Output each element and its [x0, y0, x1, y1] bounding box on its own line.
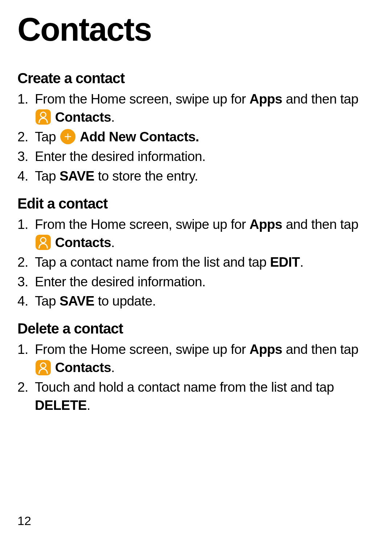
- step-text: and then tap: [282, 92, 359, 106]
- step-text: .: [111, 235, 115, 250]
- step-text: and then tap: [282, 217, 359, 232]
- step-text: Enter the desired information.: [35, 274, 205, 289]
- add-icon: [60, 129, 75, 144]
- list-item: From the Home screen, swipe up for Apps …: [35, 90, 375, 126]
- step-text: .: [111, 110, 115, 125]
- list-item: From the Home screen, swipe up for Apps …: [35, 215, 375, 252]
- step-text: Tap: [35, 169, 60, 183]
- delete-label: DELETE: [35, 398, 87, 413]
- contacts-label: Contacts: [55, 360, 111, 375]
- delete-contact-section: Delete a contact From the Home screen, s…: [17, 320, 375, 415]
- step-text: .: [87, 398, 90, 413]
- step-text: Tap: [35, 294, 60, 308]
- list-item: Enter the desired information.: [35, 273, 375, 291]
- page-title: Contacts: [17, 11, 375, 48]
- svg-point-0: [41, 112, 46, 118]
- create-steps: From the Home screen, swipe up for Apps …: [35, 90, 375, 185]
- svg-point-3: [41, 237, 46, 243]
- step-text: Tap: [35, 129, 60, 144]
- contacts-icon: [36, 235, 51, 250]
- list-item: Enter the desired information.: [35, 148, 375, 166]
- contacts-label: Contacts: [55, 235, 111, 250]
- list-item: Tap SAVE to update.: [35, 292, 375, 310]
- step-text: to update.: [94, 294, 156, 308]
- step-text: .: [300, 255, 303, 270]
- edit-label: EDIT: [270, 255, 300, 270]
- list-item: From the Home screen, swipe up for Apps …: [35, 340, 375, 377]
- list-item: Tap Add New Contacts.: [35, 128, 375, 146]
- add-new-contacts-label: Add New Contacts.: [80, 129, 199, 144]
- save-label: SAVE: [60, 169, 94, 183]
- edit-steps: From the Home screen, swipe up for Apps …: [35, 215, 375, 311]
- step-text: .: [111, 360, 115, 375]
- contacts-label: Contacts: [55, 110, 111, 125]
- step-text: From the Home screen, swipe up for: [35, 217, 249, 232]
- edit-heading: Edit a contact: [17, 195, 375, 212]
- list-item: Tap SAVE to store the entry.: [35, 167, 375, 185]
- step-text: to store the entry.: [94, 169, 198, 183]
- step-text: and then tap: [282, 342, 359, 357]
- list-item: Touch and hold a contact name from the l…: [35, 378, 375, 415]
- apps-label: Apps: [249, 342, 282, 357]
- apps-label: Apps: [249, 217, 282, 232]
- create-heading: Create a contact: [17, 70, 375, 86]
- apps-label: Apps: [249, 92, 282, 106]
- list-item: Tap a contact name from the list and tap…: [35, 253, 375, 271]
- svg-point-4: [41, 363, 46, 368]
- step-text: Enter the desired information.: [35, 149, 205, 164]
- contacts-icon: [36, 360, 51, 375]
- edit-contact-section: Edit a contact From the Home screen, swi…: [17, 195, 375, 311]
- step-text: From the Home screen, swipe up for: [35, 342, 249, 357]
- delete-heading: Delete a contact: [17, 320, 375, 337]
- contacts-icon: [36, 109, 51, 125]
- step-text: Touch and hold a contact name from the l…: [35, 380, 334, 395]
- save-label: SAVE: [60, 294, 94, 308]
- step-text: Tap a contact name from the list and tap: [35, 255, 270, 270]
- page-number: 12: [17, 514, 31, 528]
- delete-steps: From the Home screen, swipe up for Apps …: [35, 340, 375, 415]
- create-contact-section: Create a contact From the Home screen, s…: [17, 70, 375, 185]
- step-text: From the Home screen, swipe up for: [35, 92, 249, 106]
